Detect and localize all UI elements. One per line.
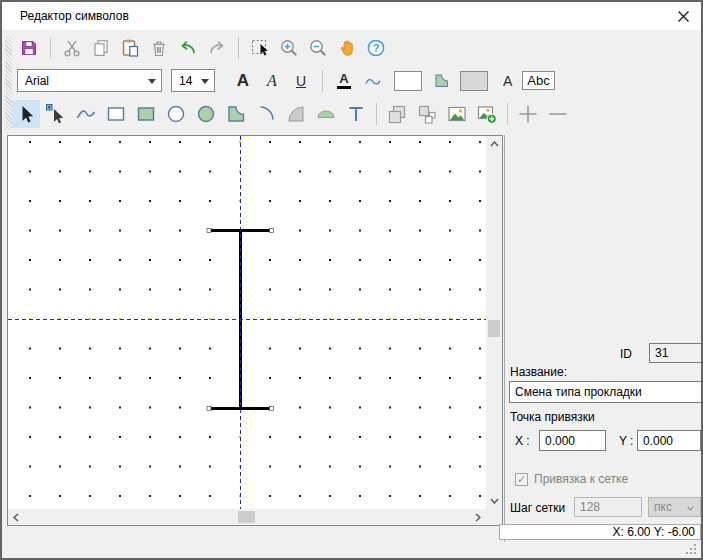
text-tool[interactable] [342,100,370,128]
arc-tool-icon [255,103,277,125]
scroll-down-button[interactable] [486,493,502,509]
chevron-down-icon [687,505,694,512]
italic-icon: A [267,72,277,90]
pie-tool[interactable] [282,100,310,128]
grid-step-input[interactable] [574,497,642,517]
drawing-canvas[interactable] [8,136,486,509]
name-input[interactable] [509,381,703,403]
add-image-button[interactable] [473,100,501,128]
horizontal-scroll-thumb[interactable] [238,511,255,523]
pan-icon [337,38,357,58]
redo-button[interactable] [205,36,229,60]
copy-button[interactable] [89,36,113,60]
close-icon [677,10,690,23]
rect-tool[interactable] [102,100,130,128]
separator [322,70,323,92]
scroll-left-button[interactable] [8,509,24,525]
filled-ellipse-tool[interactable] [192,100,220,128]
anchor-point-label: Точка привязки [510,410,595,424]
resize-grip-icon[interactable] [686,544,696,554]
scroll-down-icon [490,498,499,504]
y-input[interactable] [637,430,701,451]
bold-button[interactable]: A [231,69,255,93]
id-field[interactable] [649,343,703,363]
underline-button[interactable]: U [289,69,313,93]
polyline-tool[interactable] [72,100,100,128]
plus-button[interactable] [514,100,542,128]
name-label: Название: [510,365,567,379]
font-size-combo[interactable]: 14 [171,69,215,92]
panel-divider [504,135,505,542]
ellipse-tool[interactable] [162,100,190,128]
polyline-tool-icon [75,103,97,125]
close-button[interactable] [667,2,699,30]
separator [238,37,239,59]
toolbar-gripper [5,36,12,130]
horizontal-scrollbar[interactable] [8,509,486,525]
pie-tool-icon [285,103,307,125]
snap-to-grid-checkbox[interactable]: ✓ [515,473,528,486]
font-family-value: Arial [25,74,49,88]
separator [50,37,51,59]
abc-button[interactable]: Abc [522,71,554,90]
zoom-in-button[interactable] [277,36,301,60]
letter-a-button[interactable]: A [503,73,512,89]
chord-tool[interactable] [312,100,340,128]
node-select-tool-icon [45,103,67,125]
font-color-button[interactable]: A [332,69,356,93]
ungroup-icon [416,103,438,125]
scroll-up-button[interactable] [486,136,502,152]
minus-icon [547,103,569,125]
group-button[interactable] [383,100,411,128]
vertical-scrollbar[interactable] [486,136,502,509]
ungroup-button[interactable] [413,100,441,128]
undo-button[interactable] [176,36,200,60]
select-tool[interactable] [12,100,40,128]
line-color-swatch[interactable] [394,71,422,91]
scroll-right-icon [475,513,481,522]
zoom-in-icon [279,38,299,58]
cursor-coordinates: X: 6.00 Y: -6.00 [612,525,695,539]
y-label: Y : [619,434,633,448]
line-style-icon [364,73,382,89]
unit-select[interactable]: пкс [648,497,701,517]
window-title: Редактор символов [20,2,129,30]
filled-rect-tool[interactable] [132,100,160,128]
chevron-down-icon [148,79,156,84]
polygon-tool[interactable] [222,100,250,128]
canvas-region [7,135,503,526]
paste-button[interactable] [118,36,142,60]
filled-rect-tool-icon [135,103,157,125]
scroll-left-icon [13,513,19,522]
minus-button[interactable] [544,100,572,128]
x-input[interactable] [539,430,606,451]
select-region-button[interactable] [248,36,272,60]
help-button[interactable]: ? [364,36,388,60]
delete-button[interactable] [147,36,171,60]
status-bar: X: 6.00 Y: -6.00 [499,524,701,540]
snap-to-grid-label: Привязка к сетке [534,472,628,486]
scroll-right-button[interactable] [470,509,486,525]
node-select-tool[interactable] [42,100,70,128]
undo-icon [177,38,199,58]
font-family-combo[interactable]: Arial [17,69,162,92]
pan-button[interactable] [335,36,359,60]
symbol-editor-window: Редактор символов [0,0,703,560]
ellipse-tool-icon [165,103,187,125]
fill-shape-button[interactable] [431,69,451,93]
select-tool-icon [15,103,37,125]
image-button[interactable] [443,100,471,128]
arc-tool[interactable] [252,100,280,128]
redo-icon [206,38,228,58]
image-icon [446,103,468,125]
cut-button[interactable] [60,36,84,60]
vertical-scroll-thumb[interactable] [488,320,500,337]
save-button[interactable] [17,36,41,60]
scroll-up-icon [490,141,499,147]
italic-button[interactable]: A [260,69,284,93]
cut-icon [62,38,82,58]
zoom-out-button[interactable] [306,36,330,60]
line-style-button[interactable] [361,69,385,93]
copy-icon [91,38,111,58]
fill-color-swatch[interactable] [460,71,488,91]
